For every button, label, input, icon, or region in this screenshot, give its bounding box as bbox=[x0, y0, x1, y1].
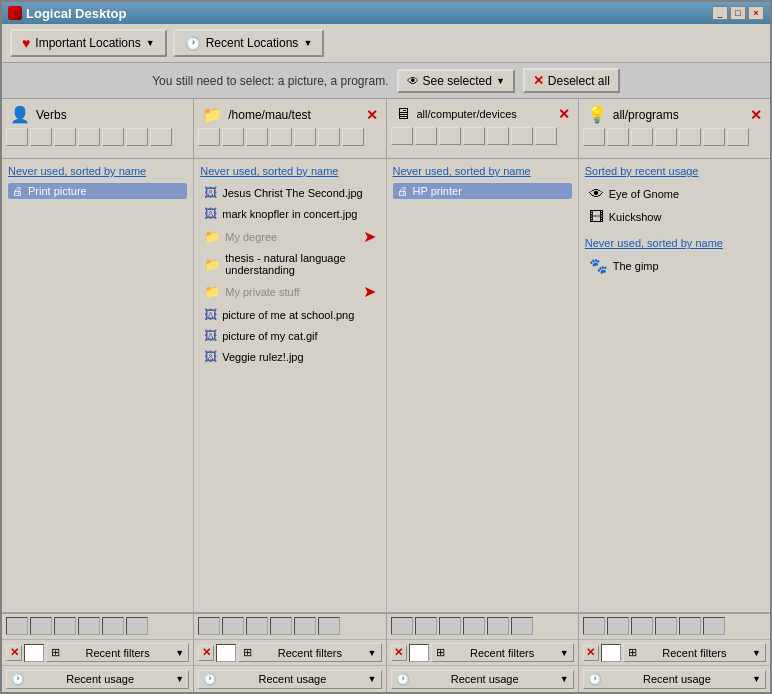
verb-slot-2[interactable] bbox=[30, 128, 52, 146]
item-label: My degree bbox=[225, 231, 277, 243]
dev-slot-3[interactable] bbox=[439, 127, 461, 145]
list-item[interactable]: 🖨 Print picture bbox=[8, 183, 187, 199]
home-slot-2[interactable] bbox=[222, 128, 244, 146]
list-item[interactable]: 🖼 Jesus Christ The Second.jpg bbox=[200, 183, 379, 202]
home-slot-1[interactable] bbox=[198, 128, 220, 146]
arrow-icon: ➤ bbox=[363, 227, 376, 246]
maximize-button[interactable]: □ bbox=[730, 6, 746, 20]
filter-clear-3[interactable]: ✕ bbox=[391, 645, 407, 661]
dev-slot-5[interactable] bbox=[487, 127, 509, 145]
deselect-icon: ✕ bbox=[533, 73, 544, 88]
home-slot-4[interactable] bbox=[270, 128, 292, 146]
filter-dropdown-3[interactable]: ⊞ Recent filters ▼ bbox=[431, 643, 574, 662]
prog-slot-5[interactable] bbox=[679, 128, 701, 146]
person-icon: 👤 bbox=[10, 105, 30, 124]
item-label: The gimp bbox=[613, 260, 659, 272]
item-label: picture of me at school.png bbox=[222, 309, 354, 321]
filter-slot-4[interactable] bbox=[601, 644, 621, 662]
bottom-slot bbox=[655, 617, 677, 635]
filter-dropdown-1[interactable]: ⊞ Recent filters ▼ bbox=[46, 643, 189, 662]
panel-home-close[interactable]: ✕ bbox=[366, 107, 378, 123]
home-slot-5[interactable] bbox=[294, 128, 316, 146]
panel-verbs-header: 👤 Verbs bbox=[6, 103, 189, 126]
list-item[interactable]: 🎞 Kuickshow bbox=[585, 206, 764, 227]
filter-dropdown-2[interactable]: ⊞ Recent filters ▼ bbox=[238, 643, 381, 662]
filter-arrow-1: ▼ bbox=[175, 648, 184, 658]
arrow-icon2: ➤ bbox=[363, 282, 376, 301]
prog-slot-6[interactable] bbox=[703, 128, 725, 146]
dev-slot-2[interactable] bbox=[415, 127, 437, 145]
prog-slot-1[interactable] bbox=[583, 128, 605, 146]
usage-dropdown-1[interactable]: 🕐 Recent usage ▼ bbox=[6, 670, 189, 689]
list-item[interactable]: 👁 Eye of Gnome bbox=[585, 183, 764, 204]
photo-icon: 🖼 bbox=[204, 349, 217, 364]
panel-devices-close[interactable]: ✕ bbox=[558, 106, 570, 122]
list-item[interactable]: 🖨 HP printer bbox=[393, 183, 572, 199]
toolbar: ♥ Important Locations ▼ 🕐 Recent Locatio… bbox=[2, 24, 770, 63]
verb-slot-5[interactable] bbox=[102, 128, 124, 146]
verb-slot-1[interactable] bbox=[6, 128, 28, 146]
list-item[interactable]: 📁 My private stuff ➤ bbox=[200, 280, 379, 303]
list-item[interactable]: 🐾 The gimp bbox=[585, 255, 764, 277]
folder-icon: 📁 bbox=[202, 105, 222, 124]
verb-slot-7[interactable] bbox=[150, 128, 172, 146]
filter-dropdown-4[interactable]: ⊞ Recent filters ▼ bbox=[623, 643, 766, 662]
usage-dropdown-4[interactable]: 🕐 Recent usage ▼ bbox=[583, 670, 766, 689]
verb-slot-3[interactable] bbox=[54, 128, 76, 146]
dev-slot-1[interactable] bbox=[391, 127, 413, 145]
dev-slot-4[interactable] bbox=[463, 127, 485, 145]
panel-programs-close[interactable]: ✕ bbox=[750, 107, 762, 123]
col-programs-sorted-title[interactable]: Sorted by recent usage bbox=[585, 165, 764, 177]
col-programs-never-title[interactable]: Never used, sorted by name bbox=[585, 237, 764, 249]
home-slot-3[interactable] bbox=[246, 128, 268, 146]
photo-icon: 🖼 bbox=[204, 206, 217, 221]
see-selected-button[interactable]: 👁 See selected ▼ bbox=[397, 69, 515, 93]
prog-slot-3[interactable] bbox=[631, 128, 653, 146]
list-item[interactable]: 📁 My degree ➤ bbox=[200, 225, 379, 248]
column-devices: Never used, sorted by name 🖨 HP printer bbox=[387, 159, 579, 612]
verb-slot-6[interactable] bbox=[126, 128, 148, 146]
home-slot-6[interactable] bbox=[318, 128, 340, 146]
list-item[interactable]: 🖼 picture of my cat.gif bbox=[200, 326, 379, 345]
prog-slot-2[interactable] bbox=[607, 128, 629, 146]
deselect-all-button[interactable]: ✕ Deselect all bbox=[523, 68, 620, 93]
list-item[interactable]: 🖼 picture of me at school.png bbox=[200, 305, 379, 324]
prog-slot-4[interactable] bbox=[655, 128, 677, 146]
home-slot-7[interactable] bbox=[342, 128, 364, 146]
verb-slot-4[interactable] bbox=[78, 128, 100, 146]
recent-locations-button[interactable]: 🕐 Recent Locations ▼ bbox=[173, 29, 325, 57]
app-icon bbox=[8, 6, 22, 20]
important-locations-button[interactable]: ♥ Important Locations ▼ bbox=[10, 29, 167, 57]
clock-icon: 🕐 bbox=[185, 36, 201, 51]
item-label: HP printer bbox=[413, 185, 462, 197]
list-item[interactable]: 🖼 mark knopfler in concert.jpg bbox=[200, 204, 379, 223]
close-button[interactable]: × bbox=[748, 6, 764, 20]
list-item[interactable]: 🖼 Veggie rulez!.jpg bbox=[200, 347, 379, 366]
bottom-slot bbox=[463, 617, 485, 635]
usage-dropdown-2[interactable]: 🕐 Recent usage ▼ bbox=[198, 670, 381, 689]
bottom-slot bbox=[294, 617, 316, 635]
filter-clear-2[interactable]: ✕ bbox=[198, 645, 214, 661]
bottom-slot bbox=[583, 617, 605, 635]
bottom-slot bbox=[126, 617, 148, 635]
filter-slot-1[interactable] bbox=[24, 644, 44, 662]
dev-slot-6[interactable] bbox=[511, 127, 533, 145]
filter-clear-4[interactable]: ✕ bbox=[583, 645, 599, 661]
prog-slot-7[interactable] bbox=[727, 128, 749, 146]
minimize-button[interactable]: _ bbox=[712, 6, 728, 20]
bottom-slot bbox=[198, 617, 220, 635]
gimp-icon: 🐾 bbox=[589, 257, 608, 275]
filter-slot-2[interactable] bbox=[216, 644, 236, 662]
filter-slot-3[interactable] bbox=[409, 644, 429, 662]
col-devices-title[interactable]: Never used, sorted by name bbox=[393, 165, 572, 177]
list-item[interactable]: 📁 thesis - natural language understandin… bbox=[200, 250, 379, 278]
folder-icon: 📁 bbox=[204, 284, 220, 299]
filter-clear-1[interactable]: ✕ bbox=[6, 645, 22, 661]
item-label: picture of my cat.gif bbox=[222, 330, 317, 342]
eye-icon: 👁 bbox=[589, 185, 604, 202]
dev-slot-7[interactable] bbox=[535, 127, 557, 145]
panel-programs: 💡 all/programs ✕ bbox=[579, 99, 770, 158]
col-files-title[interactable]: Never used, sorted by name bbox=[200, 165, 379, 177]
col-verbs-title[interactable]: Never used, sorted by name bbox=[8, 165, 187, 177]
usage-dropdown-3[interactable]: 🕐 Recent usage ▼ bbox=[391, 670, 574, 689]
